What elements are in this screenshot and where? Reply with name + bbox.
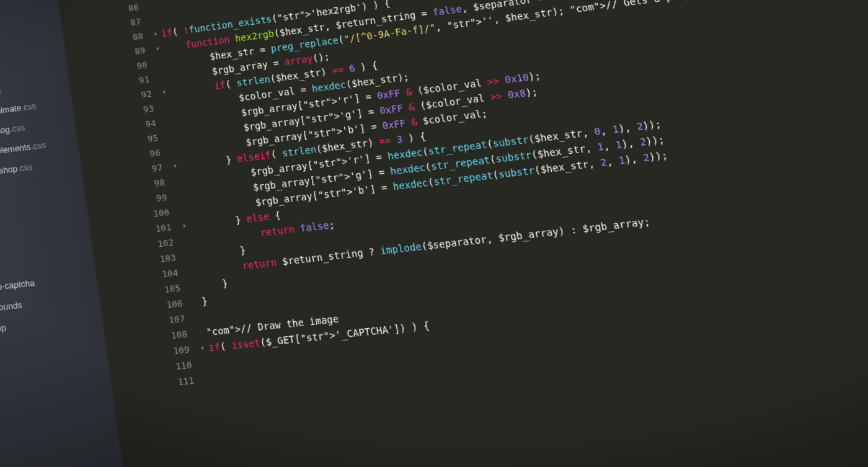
code-area[interactable]: 77 . substr( md5( time() ), strlen( real…	[80, 0, 868, 467]
code-text[interactable]: }	[201, 293, 209, 309]
fold-toggle-icon	[169, 143, 175, 144]
fold-toggle-icon[interactable]: ▾	[151, 27, 160, 42]
fold-toggle-icon	[184, 248, 191, 249]
fold-toggle-icon[interactable]: ▾	[171, 158, 180, 174]
fold-toggle-icon[interactable]: ▾	[180, 218, 189, 234]
fold-toggle-icon	[157, 70, 164, 71]
fold-toggle-icon	[175, 188, 182, 189]
fold-toggle-icon	[187, 264, 193, 264]
fold-toggle-icon	[191, 294, 198, 295]
fold-toggle-icon	[203, 371, 210, 372]
fold-toggle-icon[interactable]: ▾	[153, 41, 162, 56]
fold-toggle-icon	[164, 114, 171, 115]
code-editor[interactable]: 77 . substr( md5( time() ), strlen( real…	[42, 0, 868, 467]
fold-toggle-icon	[189, 278, 196, 279]
fold-toggle-icon[interactable]: ▾	[198, 340, 207, 357]
fold-toggle-icon	[149, 12, 156, 13]
fold-toggle-icon	[193, 309, 200, 310]
fold-toggle-icon	[196, 325, 203, 326]
code-text[interactable]: }	[198, 275, 229, 294]
fold-toggle-icon	[166, 128, 173, 129]
fold-toggle-icon[interactable]: ▾	[160, 85, 169, 100]
fold-toggle-icon	[177, 203, 184, 203]
